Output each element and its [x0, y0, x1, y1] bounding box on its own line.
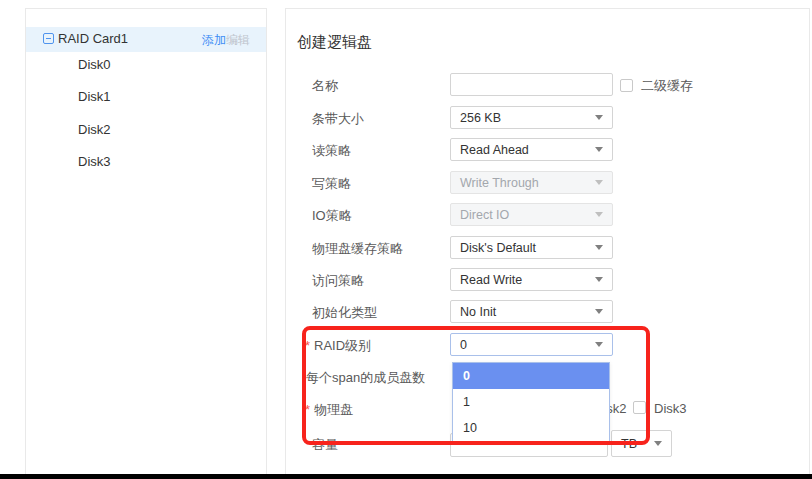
chevron-down-icon [595, 180, 603, 185]
field-label-disks-per-span: 每个span的成员盘数 [306, 370, 425, 385]
read-policy-select[interactable]: Read Ahead [450, 138, 613, 161]
chevron-down-icon [595, 277, 603, 282]
raid-config-screen: RAID Card1 添加 编辑 Disk0 Disk1 Disk2 Disk3… [0, 0, 812, 479]
read-policy-value: Read Ahead [460, 143, 529, 157]
secondary-cache-label: 二级缓存 [641, 78, 693, 93]
page-title: 创建逻辑盘 [297, 33, 372, 52]
field-label-disk-cache-policy: 物理盘缓存策略 [312, 241, 403, 256]
tree-item-disk0[interactable]: Disk0 [78, 58, 111, 72]
chevron-down-icon [595, 342, 603, 347]
raid-level-dropdown: 0 1 10 [452, 362, 610, 442]
io-policy-value: Direct IO [460, 208, 509, 222]
dropdown-option-1[interactable]: 1 [453, 389, 609, 415]
raid-tree-panel [25, 8, 267, 475]
required-star: * [305, 338, 310, 353]
chevron-down-icon [595, 245, 603, 250]
field-label-physical-disk: *物理盘 [305, 402, 353, 417]
dropdown-option-0[interactable]: 0 [453, 363, 609, 389]
tree-item-disk2[interactable]: Disk2 [78, 123, 111, 137]
capacity-unit-value: TB [621, 437, 637, 451]
required-star: * [305, 402, 310, 417]
chevron-down-icon [595, 147, 603, 152]
dropdown-option-10[interactable]: 10 [453, 415, 609, 441]
secondary-cache-checkbox[interactable] [620, 79, 633, 92]
collapse-icon[interactable] [43, 33, 54, 44]
chevron-down-icon [595, 212, 603, 217]
raid-level-select[interactable]: 0 [450, 333, 613, 356]
field-label-capacity: 容量 [312, 437, 338, 452]
chevron-down-icon [595, 115, 603, 120]
add-link[interactable]: 添加 [202, 33, 226, 47]
io-policy-select: Direct IO [450, 203, 613, 226]
raid-card-label[interactable]: RAID Card1 [58, 32, 128, 46]
physical-disk-label-disk3: Disk3 [654, 401, 687, 416]
bottom-border [0, 474, 812, 479]
write-policy-value: Write Through [460, 176, 539, 190]
field-label-io-policy: IO策略 [312, 208, 352, 223]
access-policy-value: Read Write [460, 273, 522, 287]
stripe-size-select[interactable]: 256 KB [450, 106, 613, 129]
write-policy-select: Write Through [450, 171, 613, 194]
chevron-down-icon [595, 309, 603, 314]
field-label-name: 名称 [312, 78, 338, 93]
init-type-select[interactable]: No Init [450, 300, 613, 323]
chevron-down-icon [654, 441, 662, 446]
stripe-size-value: 256 KB [460, 111, 501, 125]
access-policy-select[interactable]: Read Write [450, 268, 613, 291]
field-label-write-policy: 写策略 [312, 176, 351, 191]
edit-link[interactable]: 编辑 [226, 33, 250, 47]
field-label-raid-level: *RAID级别 [305, 338, 371, 353]
disk-cache-policy-select[interactable]: Disk's Default [450, 236, 613, 259]
disk-cache-policy-value: Disk's Default [460, 241, 536, 255]
field-label-access-policy: 访问策略 [312, 273, 364, 288]
raid-level-value: 0 [460, 338, 467, 352]
name-input[interactable] [450, 73, 613, 96]
capacity-unit-select[interactable]: TB [611, 430, 672, 457]
field-label-init-type: 初始化类型 [312, 305, 377, 320]
field-label-read-policy: 读策略 [312, 143, 351, 158]
physical-disk-checkbox-disk3[interactable] [633, 401, 646, 414]
init-type-value: No Init [460, 305, 496, 319]
tree-item-disk1[interactable]: Disk1 [78, 90, 111, 104]
field-label-stripe-size: 条带大小 [312, 111, 364, 126]
tree-item-disk3[interactable]: Disk3 [78, 155, 111, 169]
